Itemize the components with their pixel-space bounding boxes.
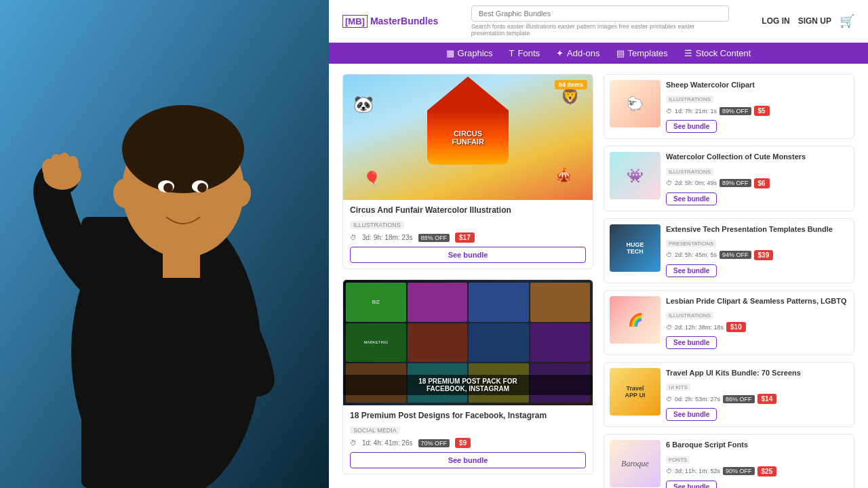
tech-see-bundle-button[interactable]: See bundle (666, 264, 717, 277)
pride-timer: 2d: 12h: 38m: 18s (675, 324, 724, 331)
social-overlay-text: 18 PREMIUM POST PACK FORFACEBOOK, INSTAG… (343, 375, 593, 395)
circus-title: Circus And Funfair Watercolor Illustrati… (350, 205, 586, 215)
baroque-meta: ⏱ 3d: 11h: 1m: 52s 90% OFF $25 (666, 466, 848, 476)
website-panel: [MB] MasterBundles Search fonts easter i… (329, 0, 868, 488)
social-timer: 1d: 4h: 41m: 26s (362, 439, 413, 447)
clock-icon-travel: ⏱ (666, 396, 672, 403)
baroque-category: FONTS (666, 456, 690, 464)
monsters-timer: 2d: 5h: 0m: 49s (675, 180, 717, 186)
monsters-see-bundle-button[interactable]: See bundle (666, 192, 717, 205)
product-card-sheep: 🐑 Sheep Watercolor Clipart ILLUSTRATIONS… (604, 74, 854, 139)
sheep-info: Sheep Watercolor Clipart ILLUSTRATIONS ⏱… (666, 80, 848, 133)
monsters-info: Watercolor Collection of Cute Monsters I… (666, 152, 848, 205)
sheep-see-bundle-button[interactable]: See bundle (666, 120, 717, 133)
person-image: ↗ ⟩ (0, 0, 329, 488)
nav-stock-label: Stock Content (696, 48, 751, 58)
social-category: SOCIAL MEDIA (350, 426, 400, 434)
sheep-timer: 1d: 7h: 21m: 1s (675, 108, 717, 115)
sheep-meta: ⏱ 1d: 7h: 21m: 1s 89% OFF $5 (666, 106, 848, 116)
pride-meta: ⏱ 2d: 12h: 38m: 18s $10 (666, 322, 848, 332)
nav-addons-label: Add-ons (567, 48, 599, 58)
logo-bracket: [MB] (342, 15, 368, 28)
circus-timer: 3d: 9h: 18m: 23s (362, 234, 413, 241)
tech-category: PRESENTATIONS (666, 240, 716, 247)
baroque-image: Baroque (610, 440, 660, 487)
nav-graphics-label: Graphics (458, 48, 493, 58)
product-card-monsters: 👾 Watercolor Collection of Cute Monsters… (604, 146, 854, 211)
baroque-title: 6 Baroque Script Fonts (666, 440, 848, 449)
monsters-image: 👾 (610, 152, 660, 199)
pride-category: ILLUSTRATIONS (666, 312, 713, 319)
tech-title: Extensive Tech Presentation Templates Bu… (666, 224, 848, 234)
circus-meta: ⏱ 3d: 9h: 18m: 23s 88% OFF $17 (350, 232, 586, 243)
svg-point-5 (122, 105, 244, 193)
video-panel: ↗ ⟩ (0, 0, 329, 488)
pride-see-bundle-button[interactable]: See bundle (666, 336, 717, 349)
travel-title: Travel App UI Kits Bundle: 70 Screens (666, 368, 848, 378)
clock-icon-monsters: ⏱ (666, 180, 672, 186)
items-badge: 84 Items (555, 80, 587, 89)
signup-button[interactable]: SIGN UP (798, 16, 831, 26)
circus-card-body: Circus And Funfair Watercolor Illustrati… (343, 200, 593, 268)
nav-graphics[interactable]: ▦ Graphics (446, 48, 493, 58)
baroque-timer: 3d: 11h: 1m: 52s (675, 468, 720, 474)
svg-point-7 (231, 180, 251, 207)
nav-stock[interactable]: ☰ Stock Content (684, 48, 751, 58)
addons-icon: ✦ (556, 48, 564, 58)
travel-image: TravelAPP UI (610, 368, 660, 415)
pride-price: $10 (726, 322, 746, 332)
clock-icon-sheep: ⏱ (666, 108, 672, 115)
content-area: CIRCUSFUNFAIR 🐼 🦁 🎈 🎪 84 Items Circus An… (329, 64, 868, 488)
product-card-baroque: Baroque 6 Baroque Script Fonts FONTS ⏱ 3… (604, 434, 854, 488)
sheep-category: ILLUSTRATIONS (666, 96, 713, 103)
social-discount: 70% OFF (418, 439, 450, 447)
sheep-title: Sheep Watercolor Clipart (666, 80, 848, 89)
tech-price: $39 (754, 250, 774, 260)
tech-info: Extensive Tech Presentation Templates Bu… (666, 224, 848, 277)
baroque-price: $25 (757, 466, 777, 476)
search-input[interactable] (471, 5, 729, 22)
tech-image: HUGETECH (610, 224, 660, 272)
svg-point-11 (197, 183, 207, 192)
header-actions: LOG IN SIGN UP 🛒 (762, 14, 854, 28)
product-card-pride: 🌈 Lesbian Pride Clipart & Seamless Patte… (604, 290, 854, 355)
travel-info: Travel App UI Kits Bundle: 70 Screens UI… (666, 368, 848, 421)
clock-icon-social: ⏱ (350, 439, 357, 447)
pride-info: Lesbian Pride Clipart & Seamless Pattern… (666, 296, 848, 349)
templates-icon: ▤ (616, 48, 625, 58)
social-card-body: 18 Premium Post Designs for Facebook, In… (343, 405, 593, 474)
nav-templates[interactable]: ▤ Templates (616, 48, 668, 58)
travel-timer: 0d: 2h: 53m: 27s (675, 396, 720, 403)
social-meta: ⏱ 1d: 4h: 41m: 26s 70% OFF $9 (350, 438, 586, 448)
search-bar-container: Search fonts easter illustrations easter… (471, 5, 729, 37)
svg-rect-4 (163, 244, 200, 278)
circus-see-bundle-button[interactable]: See bundle (350, 247, 586, 263)
logo[interactable]: [MB] MasterBundles (342, 15, 438, 28)
main-nav: ▦ Graphics T Fonts ✦ Add-ons ▤ Templates… (329, 43, 868, 64)
sheep-image: 🐑 (610, 80, 660, 127)
circus-discount: 88% OFF (418, 234, 450, 242)
baroque-see-bundle-button[interactable]: See bundle (666, 481, 717, 488)
svg-point-10 (163, 183, 173, 192)
baroque-info: 6 Baroque Script Fonts FONTS ⏱ 3d: 11h: … (666, 440, 848, 488)
travel-price: $14 (757, 394, 777, 404)
sheep-discount: 89% OFF (719, 107, 751, 115)
monsters-discount: 89% OFF (719, 179, 751, 187)
cart-icon[interactable]: 🛒 (840, 14, 854, 28)
pride-image: 🌈 (610, 296, 660, 344)
travel-meta: ⏱ 0d: 2h: 53m: 27s 86% OFF $14 (666, 394, 848, 404)
nav-addons[interactable]: ✦ Add-ons (556, 48, 599, 58)
sheep-price: $5 (754, 106, 770, 116)
social-price: $9 (455, 438, 471, 448)
nav-fonts[interactable]: T Fonts (509, 48, 540, 58)
product-card-tech: HUGETECH Extensive Tech Presentation Tem… (604, 218, 854, 283)
side-column: 🐑 Sheep Watercolor Clipart ILLUSTRATIONS… (604, 74, 854, 488)
login-button[interactable]: LOG IN (762, 16, 789, 26)
travel-see-bundle-button[interactable]: See bundle (666, 408, 717, 421)
fonts-icon: T (509, 48, 515, 58)
site-header: [MB] MasterBundles Search fonts easter i… (329, 0, 868, 43)
product-card-social: BIZ MARKETING 18 PREMIUM (342, 279, 593, 474)
social-see-bundle-button[interactable]: See bundle (350, 452, 586, 468)
tech-timer: 2d: 5h: 45m: 5s (675, 251, 717, 258)
tech-meta: ⏱ 2d: 5h: 45m: 5s 94% OFF $39 (666, 250, 848, 260)
